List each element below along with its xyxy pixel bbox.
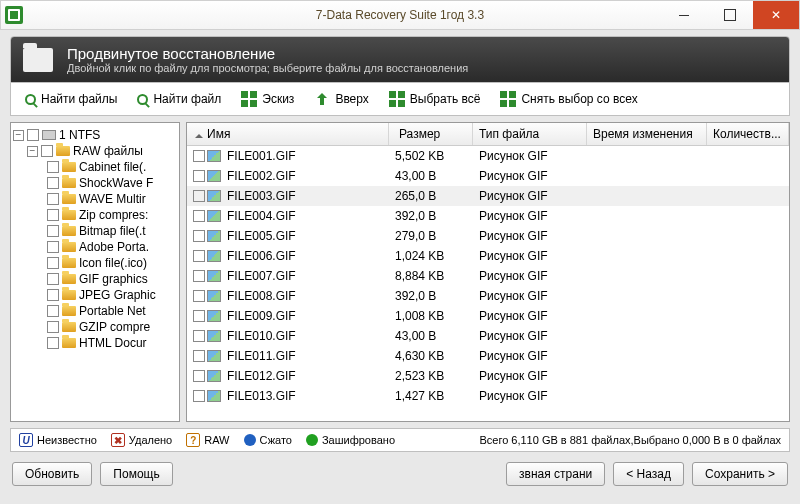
checkbox[interactable] bbox=[47, 241, 59, 253]
col-time[interactable]: Время изменения bbox=[587, 123, 707, 145]
file-name: FILE002.GIF bbox=[227, 169, 296, 183]
grid-icon bbox=[241, 91, 257, 107]
tree-item-label: JPEG Graphic bbox=[79, 288, 156, 302]
collapse-icon[interactable]: − bbox=[13, 130, 24, 141]
maximize-button[interactable] bbox=[707, 1, 753, 29]
tree-item[interactable]: Icon file(.ico) bbox=[13, 255, 177, 271]
checkbox[interactable] bbox=[193, 230, 205, 242]
find-file-button[interactable]: Найти файл bbox=[129, 87, 229, 111]
checkbox[interactable] bbox=[47, 209, 59, 221]
checkbox[interactable] bbox=[193, 190, 205, 202]
checkbox[interactable] bbox=[193, 250, 205, 262]
thumbnails-button[interactable]: Эскиз bbox=[233, 87, 302, 111]
refresh-button[interactable]: Обновить bbox=[12, 462, 92, 486]
main-page-button[interactable]: звная страни bbox=[506, 462, 605, 486]
checkbox[interactable] bbox=[47, 273, 59, 285]
tree-item[interactable]: Zip compres: bbox=[13, 207, 177, 223]
checkbox[interactable] bbox=[193, 350, 205, 362]
col-type[interactable]: Тип файла bbox=[473, 123, 587, 145]
file-time bbox=[587, 195, 707, 197]
tree-item[interactable]: GZIP compre bbox=[13, 319, 177, 335]
file-row[interactable]: FILE006.GIF1,024 KBРисунок GIF bbox=[187, 246, 789, 266]
file-type: Рисунок GIF bbox=[473, 328, 587, 344]
col-size[interactable]: Размер bbox=[389, 123, 473, 145]
tree-item[interactable]: Adobe Porta. bbox=[13, 239, 177, 255]
col-name[interactable]: Имя bbox=[187, 123, 389, 145]
tree-item[interactable]: JPEG Graphic bbox=[13, 287, 177, 303]
checkbox[interactable] bbox=[47, 305, 59, 317]
status-legend: UНеизвестно ✖Удалено ?RAW Сжато Зашифров… bbox=[10, 428, 790, 452]
back-button[interactable]: < Назад bbox=[613, 462, 684, 486]
checkbox[interactable] bbox=[47, 193, 59, 205]
folder-tree[interactable]: −1 NTFS −RAW файлы Cabinet file(.ShockWa… bbox=[10, 122, 180, 422]
file-count bbox=[707, 395, 789, 397]
folder-icon bbox=[62, 338, 76, 348]
app-icon bbox=[5, 6, 23, 24]
file-size: 392,0 B bbox=[389, 208, 473, 224]
file-row[interactable]: FILE005.GIF279,0 BРисунок GIF bbox=[187, 226, 789, 246]
close-button[interactable] bbox=[753, 1, 799, 29]
file-row[interactable]: FILE003.GIF265,0 BРисунок GIF bbox=[187, 186, 789, 206]
checkbox[interactable] bbox=[47, 257, 59, 269]
up-button[interactable]: Вверх bbox=[306, 87, 376, 111]
image-icon bbox=[207, 150, 221, 162]
tree-item-label: Adobe Porta. bbox=[79, 240, 149, 254]
checkbox[interactable] bbox=[47, 177, 59, 189]
folder-icon bbox=[62, 194, 76, 204]
select-all-button[interactable]: Выбрать всё bbox=[381, 87, 489, 111]
checkbox[interactable] bbox=[47, 337, 59, 349]
file-time bbox=[587, 375, 707, 377]
tree-item[interactable]: Portable Net bbox=[13, 303, 177, 319]
tree-item[interactable]: WAVE Multir bbox=[13, 191, 177, 207]
col-count[interactable]: Количеств... bbox=[707, 123, 789, 145]
search-icon bbox=[137, 94, 148, 105]
tree-item[interactable]: GIF graphics bbox=[13, 271, 177, 287]
checkbox[interactable] bbox=[193, 330, 205, 342]
file-row[interactable]: FILE008.GIF392,0 BРисунок GIF bbox=[187, 286, 789, 306]
save-button[interactable]: Сохранить > bbox=[692, 462, 788, 486]
file-count bbox=[707, 335, 789, 337]
minimize-button[interactable] bbox=[661, 1, 707, 29]
list-body[interactable]: FILE001.GIF5,502 KBРисунок GIFFILE002.GI… bbox=[187, 146, 789, 421]
checkbox[interactable] bbox=[193, 370, 205, 382]
file-row[interactable]: FILE011.GIF4,630 KBРисунок GIF bbox=[187, 346, 789, 366]
file-row[interactable]: FILE010.GIF43,00 BРисунок GIF bbox=[187, 326, 789, 346]
file-time bbox=[587, 335, 707, 337]
checkbox[interactable] bbox=[193, 310, 205, 322]
checkbox[interactable] bbox=[41, 145, 53, 157]
checkbox[interactable] bbox=[193, 270, 205, 282]
tree-root[interactable]: −1 NTFS bbox=[13, 127, 177, 143]
file-time bbox=[587, 175, 707, 177]
file-row[interactable]: FILE001.GIF5,502 KBРисунок GIF bbox=[187, 146, 789, 166]
file-row[interactable]: FILE012.GIF2,523 KBРисунок GIF bbox=[187, 366, 789, 386]
file-row[interactable]: FILE009.GIF1,008 KBРисунок GIF bbox=[187, 306, 789, 326]
tree-item[interactable]: Bitmap file(.t bbox=[13, 223, 177, 239]
checkbox[interactable] bbox=[47, 289, 59, 301]
deselect-all-button[interactable]: Снять выбор со всех bbox=[492, 87, 645, 111]
tree-item[interactable]: HTML Docur bbox=[13, 335, 177, 351]
checkbox[interactable] bbox=[27, 129, 39, 141]
file-row[interactable]: FILE013.GIF1,427 KBРисунок GIF bbox=[187, 386, 789, 406]
help-button[interactable]: Помощь bbox=[100, 462, 172, 486]
file-row[interactable]: FILE004.GIF392,0 BРисунок GIF bbox=[187, 206, 789, 226]
folder-icon bbox=[62, 290, 76, 300]
checkbox[interactable] bbox=[193, 210, 205, 222]
checkbox[interactable] bbox=[47, 321, 59, 333]
checkbox[interactable] bbox=[193, 290, 205, 302]
file-name: FILE003.GIF bbox=[227, 189, 296, 203]
collapse-icon[interactable]: − bbox=[27, 146, 38, 157]
thumbnails-label: Эскиз bbox=[262, 92, 294, 106]
checkbox[interactable] bbox=[193, 170, 205, 182]
file-row[interactable]: FILE002.GIF43,00 BРисунок GIF bbox=[187, 166, 789, 186]
tree-item[interactable]: ShockWave F bbox=[13, 175, 177, 191]
tree-group[interactable]: −RAW файлы bbox=[13, 143, 177, 159]
checkbox[interactable] bbox=[193, 150, 205, 162]
file-type: Рисунок GIF bbox=[473, 388, 587, 404]
file-row[interactable]: FILE007.GIF8,884 KBРисунок GIF bbox=[187, 266, 789, 286]
checkbox[interactable] bbox=[47, 225, 59, 237]
checkbox[interactable] bbox=[47, 161, 59, 173]
tree-item[interactable]: Cabinet file(. bbox=[13, 159, 177, 175]
checkbox[interactable] bbox=[193, 390, 205, 402]
file-count bbox=[707, 155, 789, 157]
find-files-button[interactable]: Найти файлы bbox=[17, 87, 125, 111]
